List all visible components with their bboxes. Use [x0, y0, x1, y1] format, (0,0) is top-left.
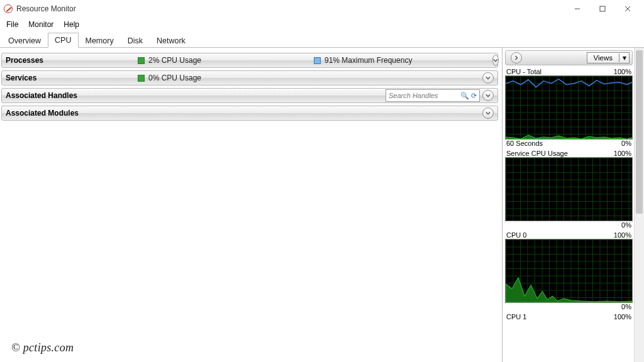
scroll-thumb[interactable] — [636, 50, 643, 214]
handles-header[interactable]: Associated Handles Search Handles 🔍 ⟳ — [1, 88, 498, 103]
main-area: Processes 2% CPU Usage 91% Maximum Frequ… — [0, 48, 644, 362]
chart-service-cpu: Service CPU Usage100% 0% — [505, 150, 633, 229]
search-icon[interactable]: 🔍 — [460, 92, 469, 100]
menu-file[interactable]: File — [1, 19, 23, 30]
chart-canvas — [505, 239, 633, 303]
left-pane: Processes 2% CPU Usage 91% Maximum Frequ… — [0, 48, 502, 362]
green-swatch-icon — [138, 57, 145, 64]
handles-title: Associated Handles — [6, 91, 386, 100]
chart-min: 0% — [621, 303, 631, 310]
minimize-button[interactable] — [565, 0, 590, 18]
chart-canvas — [505, 157, 633, 221]
chevron-down-icon: ▾ — [619, 53, 629, 62]
chart-max: 100% — [614, 150, 631, 157]
chart-title: Service CPU Usage — [506, 150, 568, 157]
services-header[interactable]: Services 0% CPU Usage — [1, 70, 498, 85]
processes-collapse-button[interactable] — [492, 55, 499, 66]
menu-help[interactable]: Help — [58, 19, 84, 30]
chart-max: 100% — [614, 68, 631, 75]
svg-marker-5 — [506, 278, 632, 302]
processes-title: Processes — [6, 56, 138, 65]
right-pane: Views ▾ CPU - Total100% 60 Seconds0% Ser… — [502, 48, 634, 362]
chart-cpu1: CPU 1100% — [505, 313, 633, 321]
app-icon — [4, 4, 13, 13]
section-services: Services 0% CPU Usage — [1, 70, 498, 85]
scrollbar[interactable] — [634, 48, 644, 362]
svg-rect-1 — [600, 6, 605, 11]
tabs: Overview CPU Memory Disk Network — [0, 31, 644, 48]
section-handles: Associated Handles Search Handles 🔍 ⟳ — [1, 88, 498, 103]
services-cpu-usage: 0% CPU Usage — [138, 74, 314, 82]
tab-disk[interactable]: Disk — [121, 33, 150, 48]
window-title: Resource Monitor — [16, 4, 76, 13]
modules-title: Associated Modules — [6, 109, 480, 118]
section-processes: Processes 2% CPU Usage 91% Maximum Frequ… — [1, 53, 498, 68]
chart-max: 100% — [614, 231, 631, 239]
tab-memory[interactable]: Memory — [79, 33, 121, 48]
title-bar: Resource Monitor — [0, 0, 644, 18]
green-swatch-icon — [138, 75, 145, 82]
watermark: © pctips.com — [11, 341, 74, 354]
svg-marker-4 — [506, 135, 632, 139]
blue-swatch-icon — [314, 57, 321, 64]
chart-canvas — [505, 75, 633, 140]
processes-max-freq: 91% Maximum Frequency — [314, 56, 490, 65]
tab-network[interactable]: Network — [150, 33, 192, 48]
tab-cpu[interactable]: CPU — [48, 33, 78, 48]
right-header: Views ▾ — [505, 50, 633, 65]
chart-title: CPU - Total — [506, 68, 541, 75]
views-button[interactable]: Views ▾ — [587, 52, 630, 63]
chart-title: CPU 1 — [506, 313, 526, 321]
modules-collapse-button[interactable] — [482, 107, 494, 119]
chart-min: 0% — [621, 140, 631, 147]
tab-overview[interactable]: Overview — [1, 33, 48, 48]
chart-min: 0% — [621, 221, 631, 229]
chart-xmin: 60 Seconds — [506, 140, 543, 147]
search-handles-input[interactable]: Search Handles 🔍 ⟳ — [386, 89, 480, 102]
views-label: Views — [587, 54, 619, 62]
menu-bar: File Monitor Help — [0, 18, 644, 31]
chart-cpu0: CPU 0100% 0% — [505, 231, 633, 310]
right-expand-button[interactable] — [511, 52, 522, 63]
processes-cpu-usage: 2% CPU Usage — [138, 56, 314, 65]
section-modules: Associated Modules — [1, 106, 498, 121]
maximize-button[interactable] — [590, 0, 615, 18]
services-collapse-button[interactable] — [482, 72, 494, 84]
modules-header[interactable]: Associated Modules — [1, 106, 498, 121]
search-placeholder: Search Handles — [389, 92, 460, 99]
menu-monitor[interactable]: Monitor — [23, 19, 58, 30]
refresh-icon[interactable]: ⟳ — [469, 92, 478, 100]
handles-collapse-button[interactable] — [482, 90, 494, 101]
chart-title: CPU 0 — [506, 231, 526, 239]
services-title: Services — [6, 74, 138, 82]
chart-max: 100% — [614, 313, 631, 321]
processes-header[interactable]: Processes 2% CPU Usage 91% Maximum Frequ… — [1, 53, 498, 68]
close-button[interactable] — [615, 0, 640, 18]
chart-cpu-total: CPU - Total100% 60 Seconds0% — [505, 68, 633, 147]
